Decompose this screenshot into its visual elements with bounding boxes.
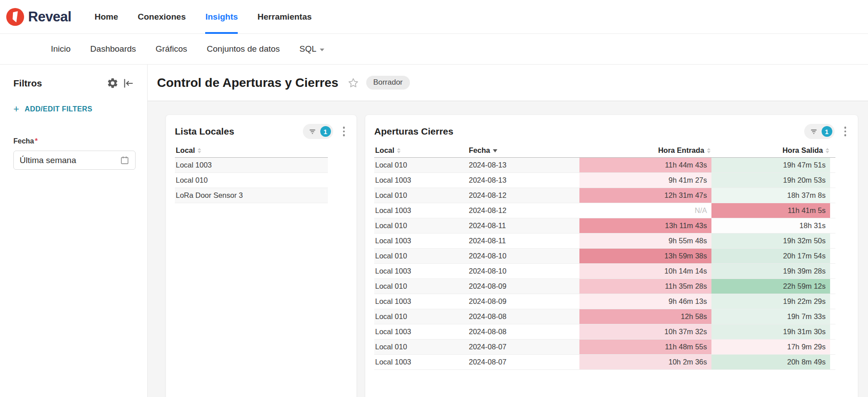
filters-sidebar: Filtros + ADD/EDIT FILTERS Fecha* Úl bbox=[0, 65, 148, 397]
subnav-item-sql[interactable]: SQL bbox=[289, 44, 334, 54]
column-header-hora-salida[interactable]: Hora Salida bbox=[711, 146, 830, 155]
subnav-item-inicio[interactable]: Inicio bbox=[41, 44, 80, 54]
cell-fecha: 2024-08-08 bbox=[469, 309, 579, 324]
aperturas-table-row[interactable]: Local 1003 2024-08-12 N/A 11h 41m 5s bbox=[374, 203, 835, 218]
cell-fecha: 2024-08-13 bbox=[469, 158, 579, 172]
subnav-item-conjuntos[interactable]: Conjuntos de datos bbox=[197, 44, 290, 54]
cell-fecha: 2024-08-12 bbox=[469, 203, 579, 218]
cell-hora-entrada: 12h 58s bbox=[579, 309, 711, 324]
cell-hora-entrada: N/A bbox=[579, 203, 711, 218]
lista-column-header-local[interactable]: Local bbox=[175, 146, 201, 155]
cell-hora-entrada: 13h 11m 43s bbox=[579, 218, 711, 233]
aperturas-kebab-menu-icon[interactable] bbox=[842, 124, 849, 139]
lista-filter-indicator[interactable]: 1 bbox=[303, 124, 333, 139]
status-badge: Borrador bbox=[366, 76, 410, 90]
collapse-sidebar-button[interactable] bbox=[120, 76, 136, 91]
aperturas-table-row[interactable]: Local 1003 2024-08-07 10h 2m 36s 20h 8m … bbox=[374, 355, 835, 370]
filters-title: Filtros bbox=[13, 78, 105, 89]
column-header-fecha[interactable]: Fecha bbox=[469, 146, 579, 155]
reveal-logo-icon bbox=[6, 8, 24, 26]
aperturas-table: Local Fecha Hora Entrada Hora Salid bbox=[374, 143, 835, 370]
cell-hora-salida: 18h 31s bbox=[711, 218, 830, 233]
aperturas-table-row[interactable]: Local 010 2024-08-07 11h 48m 55s 17h 9m … bbox=[374, 340, 835, 355]
subnav-item-graficos[interactable]: Gráficos bbox=[146, 44, 197, 54]
nav-item-conexiones[interactable]: Conexiones bbox=[128, 0, 196, 33]
cell-hora-salida: 19h 7m 33s bbox=[711, 309, 830, 324]
cell-local: Local 1003 bbox=[374, 264, 469, 278]
aperturas-table-row[interactable]: Local 010 2024-08-12 12h 31m 47s 18h 37m… bbox=[374, 188, 835, 203]
nav-item-herramientas[interactable]: Herramientas bbox=[248, 0, 321, 33]
aperturas-table-row[interactable]: Local 1003 2024-08-11 9h 55m 48s 19h 32m… bbox=[374, 233, 835, 249]
cell-hora-entrada: 10h 14m 14s bbox=[579, 264, 711, 278]
lista-table-row[interactable]: Local 010 bbox=[175, 173, 328, 188]
aperturas-table-row[interactable]: Local 1003 2024-08-09 9h 46m 13s 19h 22m… bbox=[374, 294, 835, 309]
aperturas-table-row[interactable]: Local 010 2024-08-13 11h 44m 43s 19h 47m… bbox=[374, 158, 835, 173]
aperturas-table-row[interactable]: Local 010 2024-08-09 11h 35m 28s 22h 59m… bbox=[374, 279, 835, 294]
aperturas-filter-count-badge: 1 bbox=[822, 126, 832, 137]
cell-local: Local 010 bbox=[374, 340, 469, 354]
cell-fecha: 2024-08-08 bbox=[469, 324, 579, 339]
column-header-hora-entrada[interactable]: Hora Entrada bbox=[579, 146, 711, 155]
favorite-star-button[interactable] bbox=[346, 75, 361, 90]
cell-local: Local 1003 bbox=[374, 324, 469, 339]
add-edit-filters-button[interactable]: + ADD/EDIT FILTERS bbox=[13, 104, 136, 114]
cell-fecha: 2024-08-12 bbox=[469, 188, 579, 203]
subnav-item-dashboards[interactable]: Dashboards bbox=[80, 44, 145, 54]
cell-hora-salida: 19h 32m 50s bbox=[711, 233, 830, 248]
sort-icon bbox=[198, 148, 201, 153]
lista-table-row[interactable]: Local 1003 bbox=[175, 158, 328, 173]
cell-hora-salida: 20h 8m 49s bbox=[711, 355, 830, 369]
cell-fecha: 2024-08-07 bbox=[469, 355, 579, 369]
lista-kebab-menu-icon[interactable] bbox=[340, 124, 348, 139]
cell-hora-salida: 19h 31m 30s bbox=[711, 324, 830, 339]
aperturas-table-row[interactable]: Local 1003 2024-08-13 9h 41m 27s 19h 20m… bbox=[374, 173, 835, 188]
subnav-sql-label: SQL bbox=[299, 44, 316, 54]
star-icon bbox=[347, 77, 359, 89]
cell-hora-entrada: 11h 35m 28s bbox=[579, 279, 711, 294]
cell-fecha: 2024-08-09 bbox=[469, 294, 579, 309]
cell-hora-entrada: 10h 37m 32s bbox=[579, 324, 711, 339]
cell-local: Local 1003 bbox=[374, 355, 469, 369]
aperturas-table-row[interactable]: Local 010 2024-08-10 13h 59m 38s 20h 17m… bbox=[374, 249, 835, 264]
cell-local: Local 010 bbox=[374, 188, 469, 203]
cell-local: Local 1003 bbox=[374, 294, 469, 309]
aperturas-table-row[interactable]: Local 010 2024-08-11 13h 11m 43s 18h 31s bbox=[374, 218, 835, 233]
cell-hora-entrada: 13h 59m 38s bbox=[579, 249, 711, 263]
cell-hora-entrada: 11h 44m 43s bbox=[579, 158, 711, 172]
aperturas-table-row[interactable]: Local 1003 2024-08-08 10h 37m 32s 19h 31… bbox=[374, 324, 835, 340]
fecha-field-label: Fecha* bbox=[13, 137, 136, 145]
aperturas-title: Aperturas Cierres bbox=[374, 126, 804, 137]
cell-hora-entrada: 9h 41m 27s bbox=[579, 173, 711, 188]
lista-table-row[interactable]: LoRa Door Sensor 3 bbox=[175, 188, 328, 203]
filter-icon bbox=[810, 127, 818, 136]
cell-hora-salida: 22h 59m 12s bbox=[711, 279, 830, 294]
aperturas-filter-indicator[interactable]: 1 bbox=[804, 124, 835, 139]
filters-settings-button[interactable] bbox=[105, 75, 120, 91]
cell-fecha: 2024-08-13 bbox=[469, 173, 579, 188]
gear-icon bbox=[107, 77, 119, 89]
cell-local: Local 1003 bbox=[175, 158, 328, 172]
aperturas-table-row[interactable]: Local 010 2024-08-08 12h 58s 19h 7m 33s bbox=[374, 309, 835, 324]
brand-name: Reveal bbox=[28, 9, 71, 25]
lista-filter-count-badge: 1 bbox=[320, 126, 331, 137]
nav-item-insights[interactable]: Insights bbox=[195, 0, 248, 33]
lista-locales-card: Lista Locales 1 bbox=[165, 115, 357, 397]
fecha-date-input[interactable]: Última semana bbox=[13, 151, 136, 170]
cell-hora-salida: 20h 17m 54s bbox=[711, 249, 830, 263]
main-menu: Home Conexiones Insights Herramientas bbox=[85, 0, 322, 33]
add-edit-filters-label: ADD/EDIT FILTERS bbox=[25, 105, 92, 113]
cell-hora-entrada: 12h 31m 47s bbox=[579, 188, 711, 203]
cell-local: Local 010 bbox=[374, 218, 469, 233]
sort-icon bbox=[826, 148, 829, 153]
sort-icon bbox=[397, 148, 401, 153]
cell-hora-salida: 19h 47m 51s bbox=[711, 158, 830, 172]
aperturas-table-row[interactable]: Local 1003 2024-08-10 10h 14m 14s 19h 39… bbox=[374, 264, 835, 279]
cell-local: Local 010 bbox=[374, 158, 469, 172]
collapse-left-icon bbox=[122, 78, 134, 89]
cell-hora-entrada: 9h 55m 48s bbox=[579, 233, 711, 248]
nav-item-home[interactable]: Home bbox=[85, 0, 128, 33]
required-asterisk: * bbox=[35, 137, 37, 145]
column-header-local[interactable]: Local bbox=[374, 146, 469, 155]
brand-logo[interactable]: Reveal bbox=[6, 8, 71, 26]
secondary-nav: Inicio Dashboards Gráficos Conjuntos de … bbox=[0, 34, 868, 65]
